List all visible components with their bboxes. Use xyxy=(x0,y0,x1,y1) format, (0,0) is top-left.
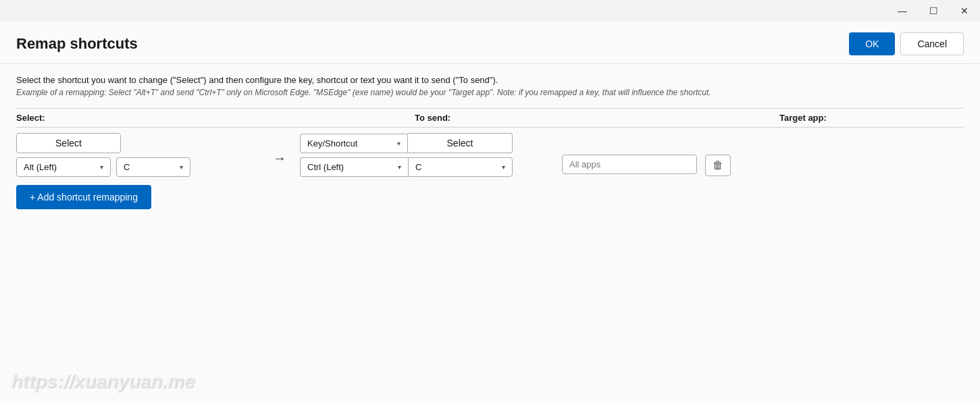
arrow-separator: → xyxy=(273,144,286,166)
col-tosend-header: To send: xyxy=(415,113,779,123)
keyshortcut-chevron-icon: ▾ xyxy=(397,140,401,147)
select-section: Select Alt (Left) ▾ C ▾ xyxy=(16,133,259,177)
add-shortcut-button[interactable]: + Add shortcut remapping xyxy=(16,185,151,209)
info-text: Select the shortcut you want to change (… xyxy=(16,75,964,85)
ctrl-left-chevron-icon: ▾ xyxy=(398,163,401,171)
delete-icon: 🗑 xyxy=(713,159,723,171)
ctrl-left-dropdown[interactable]: Ctrl (Left) ▾ xyxy=(300,157,408,177)
tosend-bottom-row: Ctrl (Left) ▾ C ▾ xyxy=(300,157,530,177)
example-text: Example of a remapping: Select "Alt+T" a… xyxy=(16,88,964,97)
delete-button[interactable]: 🗑 xyxy=(705,155,731,176)
c2-chevron-icon: ▾ xyxy=(502,163,505,171)
c-chevron-icon: ▾ xyxy=(180,163,183,171)
tosend-select-button[interactable]: Select xyxy=(408,133,513,153)
c2-dropdown[interactable]: C ▾ xyxy=(408,157,513,177)
tosend-top-row: Key/Shortcut ▾ Select xyxy=(300,133,530,153)
columns-header: Select: To send: Target app: xyxy=(16,108,964,128)
dialog-header: Remap shortcuts OK Cancel xyxy=(0,22,980,64)
dialog-title: Remap shortcuts xyxy=(16,35,138,53)
ok-button[interactable]: OK xyxy=(849,32,895,55)
target-app-section: 🗑 xyxy=(562,155,731,176)
tosend-section: Key/Shortcut ▾ Select Ctrl (Left) ▾ C ▾ xyxy=(300,133,530,177)
target-app-input[interactable] xyxy=(562,155,697,174)
shortcut-row: Select Alt (Left) ▾ C ▾ → xyxy=(16,133,964,177)
select-dropdowns-row: Alt (Left) ▾ C ▾ xyxy=(16,157,259,177)
ctrl-left-label: Ctrl (Left) xyxy=(307,162,344,172)
alt-left-dropdown[interactable]: Alt (Left) ▾ xyxy=(16,157,111,177)
title-bar: — ☐ ✕ xyxy=(0,0,980,22)
keyshortcut-label: Key/Shortcut xyxy=(307,138,357,149)
alt-left-label: Alt (Left) xyxy=(24,162,57,172)
col-select-header: Select: xyxy=(16,113,415,123)
select-button[interactable]: Select xyxy=(16,133,121,153)
close-button[interactable]: ✕ xyxy=(949,0,980,22)
alt-left-chevron-icon: ▾ xyxy=(100,163,103,171)
c-label: C xyxy=(124,162,130,172)
minimize-button[interactable]: — xyxy=(887,0,918,22)
keyshortcut-dropdown[interactable]: Key/Shortcut ▾ xyxy=(300,134,408,153)
c-dropdown[interactable]: C ▾ xyxy=(116,157,190,177)
col-targetapp-header: Target app: xyxy=(779,113,827,123)
header-buttons: OK Cancel xyxy=(849,32,964,55)
cancel-button[interactable]: Cancel xyxy=(900,32,964,55)
dialog-content: Select the shortcut you want to change (… xyxy=(0,64,980,403)
maximize-button[interactable]: ☐ xyxy=(918,0,949,22)
remap-shortcuts-dialog: Remap shortcuts OK Cancel Select the sho… xyxy=(0,22,980,403)
add-row: + Add shortcut remapping xyxy=(16,185,964,209)
c2-label: C xyxy=(415,162,421,172)
